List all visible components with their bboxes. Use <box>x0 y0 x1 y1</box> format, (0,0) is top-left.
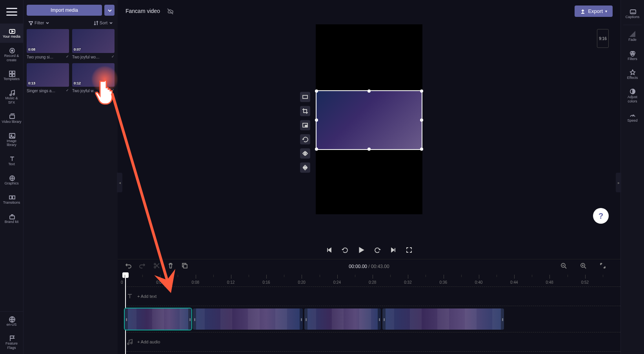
timeline-clip[interactable]: |||| <box>304 308 381 330</box>
rail-fade[interactable]: Fade <box>621 27 644 46</box>
rail-video-library[interactable]: Video library <box>0 109 23 128</box>
rail-feature-flags[interactable]: Feature Flags <box>0 330 23 354</box>
rail-effects[interactable]: Effects <box>621 65 644 84</box>
media-item[interactable]: 0:13Singer sings a…✓ <box>27 63 69 93</box>
redo-button[interactable] <box>139 262 146 270</box>
media-item[interactable]: 0:07Two joyful wo…✓ <box>72 29 115 59</box>
resize-handle[interactable] <box>367 89 371 93</box>
timeline-clip[interactable]: |||| <box>382 308 504 330</box>
selected-clip-overlay[interactable] <box>316 90 422 150</box>
import-dropdown-button[interactable] <box>104 5 115 16</box>
flip-h-button[interactable] <box>300 148 310 159</box>
svg-rect-10 <box>10 115 15 119</box>
text-track[interactable]: + Add text <box>125 286 620 306</box>
clip-trim-right[interactable]: || <box>378 308 381 330</box>
split-button[interactable] <box>153 262 160 270</box>
import-media-button[interactable]: Import media <box>27 5 102 16</box>
rail-label: Brand kit <box>5 220 19 224</box>
templates-icon <box>8 70 15 77</box>
add-audio-link[interactable]: + Add audio <box>137 339 160 344</box>
pip-button[interactable] <box>300 120 310 130</box>
clip-trim-left[interactable]: || <box>304 308 307 330</box>
project-title[interactable]: Fancam video <box>126 8 160 14</box>
media-thumbnail[interactable]: 0:13 <box>27 63 69 87</box>
rail-captions[interactable]: Captions <box>621 4 644 23</box>
resize-handle[interactable] <box>315 89 318 93</box>
resize-handle[interactable] <box>315 119 318 122</box>
flag-icon <box>8 334 15 341</box>
resize-handle[interactable] <box>420 119 423 122</box>
clip-trim-right[interactable]: || <box>501 308 504 330</box>
preview-area: 9:16 <box>118 22 620 241</box>
forward-button[interactable] <box>374 246 381 254</box>
flip-v-button[interactable] <box>300 162 310 173</box>
rewind-button[interactable] <box>341 246 348 254</box>
rail-image-library[interactable]: Image library <box>0 128 23 151</box>
media-thumbnail[interactable]: 0:07 <box>72 29 115 53</box>
zoom-out-icon <box>560 262 567 269</box>
preview-canvas[interactable] <box>316 24 422 214</box>
aspect-ratio-button[interactable]: 9:16 <box>597 29 609 48</box>
image-library-icon <box>8 132 15 139</box>
video-track[interactable]: |||||||||||||||| <box>125 308 620 330</box>
clip-trim-left[interactable]: || <box>193 308 196 330</box>
fit-button[interactable] <box>300 92 310 102</box>
rewind-icon <box>341 246 348 254</box>
resize-handle[interactable] <box>420 148 423 151</box>
clip-trim-right[interactable]: || <box>300 308 303 330</box>
ruler-tick: 0:20 <box>302 273 337 286</box>
clip-trim-left[interactable]: || <box>382 308 386 330</box>
rail-your-media[interactable]: Your media <box>0 24 23 43</box>
fullscreen-button[interactable] <box>406 246 413 254</box>
play-button[interactable] <box>357 246 366 254</box>
rail-adjust-colors[interactable]: Adjust colors <box>621 84 644 108</box>
rail-record[interactable]: Record & create <box>0 43 23 66</box>
rail-graphics[interactable]: Graphics <box>0 170 23 190</box>
zoom-fit-button[interactable] <box>599 262 606 270</box>
collapse-left-panel-button[interactable]: ◂ <box>117 173 122 192</box>
resize-handle[interactable] <box>367 148 371 151</box>
skip-end-button[interactable] <box>390 246 397 254</box>
rail-music[interactable]: Music & SFX <box>0 85 23 109</box>
sort-button[interactable]: Sort <box>93 20 113 25</box>
clip-trim-left[interactable]: || <box>125 308 128 330</box>
ruler-tick: 0:16 <box>266 273 302 286</box>
delete-button[interactable] <box>167 262 174 270</box>
filter-button[interactable]: Filter <box>28 20 49 25</box>
ruler-tick: 0:32 <box>408 273 443 286</box>
timeline-clip[interactable]: |||| <box>193 308 303 330</box>
zoom-in-button[interactable] <box>580 262 587 270</box>
zoom-fit-icon <box>599 262 606 269</box>
rail-templates[interactable]: Templates <box>0 66 23 85</box>
audio-track[interactable]: + Add audio <box>125 332 620 352</box>
rotate-button[interactable] <box>300 134 310 144</box>
media-thumbnail[interactable]: 0:08 <box>27 29 69 53</box>
skip-start-icon <box>326 246 333 254</box>
duplicate-button[interactable] <box>181 262 188 270</box>
timeline-clip[interactable]: |||| <box>125 308 191 330</box>
rail-text[interactable]: Text <box>0 151 23 170</box>
skip-start-button[interactable] <box>326 246 333 254</box>
help-button[interactable]: ? <box>593 208 609 224</box>
media-item[interactable]: 0:08Two young si…✓ <box>27 29 69 59</box>
media-item[interactable]: 0:12Two joyful w…✓ <box>72 63 115 93</box>
collapse-right-panel-button[interactable]: ▸ <box>616 173 621 192</box>
media-grid: 0:08Two young si…✓0:07Two joyful wo…✓0:1… <box>27 29 115 93</box>
rail-filters[interactable]: Filters <box>621 46 644 65</box>
export-button[interactable]: Export ▾ <box>575 5 613 17</box>
clip-trim-right[interactable]: || <box>188 308 191 330</box>
undo-button[interactable] <box>125 262 132 270</box>
rail-transitions[interactable]: Transitions <box>0 190 23 209</box>
menu-icon[interactable] <box>6 8 17 16</box>
timeline-ruler[interactable]: 00:040:080:120:160:200:240:280:320:360:4… <box>118 273 620 286</box>
zoom-out-button[interactable] <box>560 262 567 270</box>
crop-button[interactable] <box>300 106 310 116</box>
rail-label: Music & SFX <box>2 96 22 105</box>
rotate-icon <box>302 136 309 143</box>
rail-locale[interactable]: en-US <box>0 312 23 331</box>
rail-brand-kit[interactable]: Brand kit <box>0 209 23 228</box>
resize-handle[interactable] <box>420 89 423 93</box>
rail-speed[interactable]: Speed <box>621 108 644 127</box>
resize-handle[interactable] <box>315 148 318 151</box>
add-text-link[interactable]: + Add text <box>137 294 156 299</box>
